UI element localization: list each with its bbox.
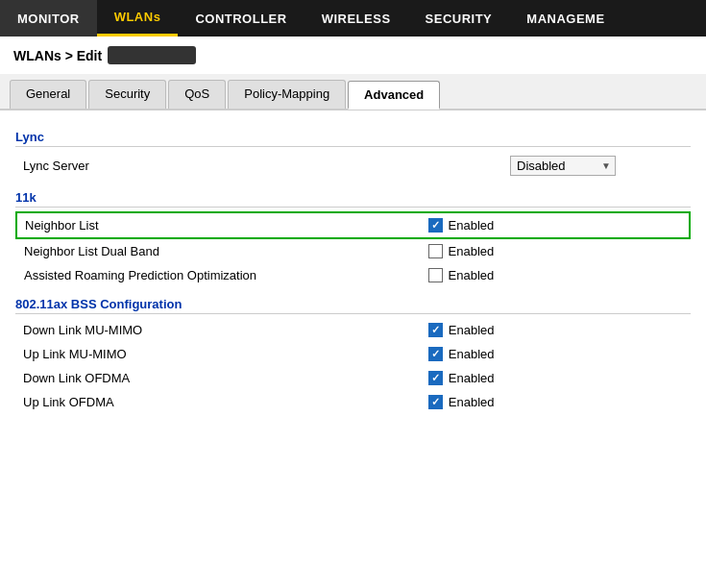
up-link-mu-mimo-label: Up Link MU-MIMO	[15, 342, 421, 366]
assisted-roaming-label: Assisted Roaming Prediction Optimization	[16, 263, 421, 287]
content-area: Lync Lync Server Disabled Enabled ▼ 11k …	[0, 110, 706, 424]
tab-general[interactable]: General	[10, 80, 86, 109]
up-link-ofdma-enabled-label: Enabled	[449, 395, 495, 409]
lync-server-control: Disabled Enabled ▼	[510, 156, 683, 176]
down-link-mu-mimo-enabled-label: Enabled	[449, 323, 495, 337]
neighbor-list-control: Enabled	[421, 212, 690, 238]
bss-settings-table: Down Link MU-MIMO Enabled Up Link MU-MIM…	[15, 318, 691, 414]
lync-server-label: Lync Server	[23, 159, 510, 173]
nav-wlans[interactable]: WLANs	[97, 0, 179, 37]
lync-server-select[interactable]: Disabled Enabled	[510, 156, 616, 176]
down-link-mu-mimo-label: Down Link MU-MIMO	[15, 318, 421, 342]
tab-policy-mapping[interactable]: Policy-Mapping	[228, 80, 346, 109]
assisted-roaming-checkbox[interactable]	[428, 268, 443, 282]
nav-monitor[interactable]: MONITOR	[0, 0, 97, 37]
11k-settings-table: Neighbor List Enabled Neighbor List Dual…	[15, 211, 691, 287]
lync-server-select-wrapper[interactable]: Disabled Enabled ▼	[510, 156, 616, 176]
breadcrumb: WLANs > Edit	[0, 37, 706, 74]
tab-bar: General Security QoS Policy-Mapping Adva…	[0, 74, 706, 110]
tab-advanced[interactable]: Advanced	[348, 81, 440, 110]
up-link-ofdma-label: Up Link OFDMA	[15, 390, 421, 414]
neighbor-list-enabled-label: Enabled	[449, 218, 495, 233]
neighbor-list-dual-band-label: Neighbor List Dual Band	[16, 238, 421, 263]
neighbor-list-dual-band-row: Neighbor List Dual Band Enabled	[16, 238, 690, 263]
lync-server-row: Lync Server Disabled Enabled ▼	[15, 151, 691, 181]
bss-section-header: 802.11ax BSS Configuration	[15, 297, 691, 314]
down-link-ofdma-enabled-label: Enabled	[449, 371, 495, 385]
up-link-mu-mimo-control: Enabled	[421, 342, 691, 366]
nav-security[interactable]: SECURITY	[408, 0, 510, 37]
up-link-mu-mimo-enabled-label: Enabled	[449, 347, 495, 361]
up-link-ofdma-control: Enabled	[421, 390, 691, 414]
tab-qos[interactable]: QoS	[168, 80, 226, 109]
lync-section-header: Lync	[15, 130, 691, 147]
nav-controller[interactable]: CONTROLLER	[178, 0, 304, 37]
neighbor-list-dual-band-checkbox[interactable]	[428, 244, 443, 258]
up-link-mu-mimo-checkbox[interactable]	[428, 347, 443, 361]
assisted-roaming-control: Enabled	[421, 263, 690, 287]
down-link-mu-mimo-control: Enabled	[421, 318, 691, 342]
neighbor-list-checkbox[interactable]	[428, 218, 443, 233]
nav-wireless[interactable]: WIRELESS	[304, 0, 408, 37]
down-link-ofdma-row: Down Link OFDMA Enabled	[15, 366, 691, 390]
11k-section-header: 11k	[15, 190, 691, 208]
neighbor-list-row: Neighbor List Enabled	[16, 212, 690, 238]
assisted-roaming-row: Assisted Roaming Prediction Optimization…	[16, 263, 690, 287]
down-link-mu-mimo-row: Down Link MU-MIMO Enabled	[15, 318, 691, 342]
up-link-mu-mimo-row: Up Link MU-MIMO Enabled	[15, 342, 691, 366]
down-link-ofdma-checkbox[interactable]	[428, 371, 443, 385]
top-navigation: MONITOR WLANs CONTROLLER WIRELESS SECURI…	[0, 0, 706, 37]
nav-management[interactable]: MANAGEME	[509, 0, 621, 37]
down-link-mu-mimo-checkbox[interactable]	[428, 323, 443, 337]
redacted-value	[108, 46, 196, 64]
neighbor-list-dual-band-control: Enabled	[421, 238, 690, 263]
down-link-ofdma-label: Down Link OFDMA	[15, 366, 421, 390]
up-link-ofdma-checkbox[interactable]	[428, 395, 443, 409]
up-link-ofdma-row: Up Link OFDMA Enabled	[15, 390, 691, 414]
neighbor-list-dual-band-enabled-label: Enabled	[449, 244, 495, 258]
down-link-ofdma-control: Enabled	[421, 366, 691, 390]
breadcrumb-text: WLANs > Edit	[13, 48, 102, 63]
tab-security[interactable]: Security	[88, 80, 166, 109]
neighbor-list-label: Neighbor List	[16, 212, 421, 238]
assisted-roaming-enabled-label: Enabled	[449, 268, 495, 282]
